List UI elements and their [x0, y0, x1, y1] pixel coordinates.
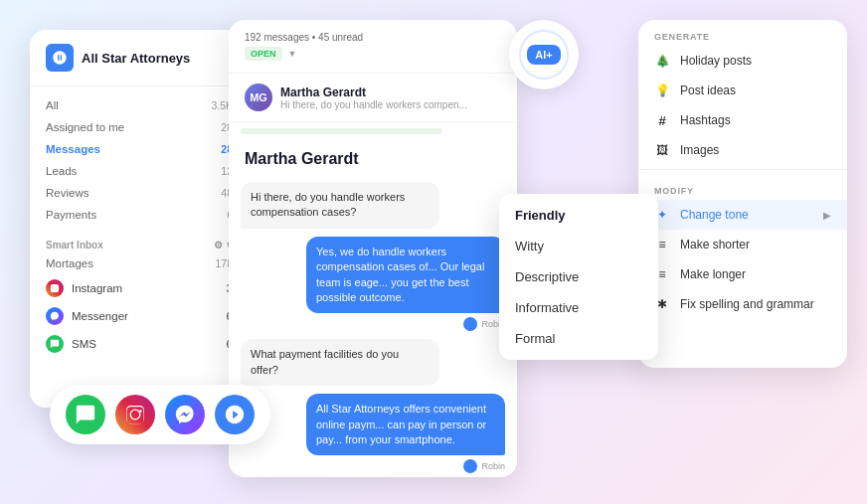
open-badge: OPEN [245, 47, 282, 61]
generate-hashtags[interactable]: # Hashtags [638, 105, 847, 135]
chat-messages: Hi there, do you handle workers compensa… [229, 174, 517, 477]
message-received-1: Hi there, do you handle workers compensa… [241, 182, 439, 229]
crm-title: All Star Attorneys [82, 51, 190, 66]
images-icon: 🖼 [654, 142, 670, 158]
holiday-posts-label: Holiday posts [680, 54, 752, 68]
nav-leads[interactable]: Leads 12 [30, 160, 249, 182]
sender-avatar-2 [463, 459, 477, 473]
nav-all[interactable]: All 3.5K [30, 94, 249, 116]
avatar: MG [245, 84, 272, 111]
nav-mortages[interactable]: Mortages 178 [30, 252, 249, 274]
images-label: Images [680, 143, 719, 157]
modify-make-longer[interactable]: ≡ Make longer [638, 259, 847, 289]
main-wrapper: All Star Attorneys All 3.5K Assigned to … [0, 0, 867, 504]
ai-floating[interactable]: AI+ [509, 20, 579, 89]
message-sender-2: Robin [463, 459, 505, 473]
crm-panel: All Star Attorneys All 3.5K Assigned to … [30, 30, 249, 408]
hashtags-label: Hashtags [680, 113, 731, 127]
generate-label: GENERATE [638, 20, 847, 46]
chat-contact-header: Martha Gerardt [229, 136, 517, 174]
sms-social-icon[interactable] [66, 395, 105, 434]
right-panel: GENERATE 🎄 Holiday posts 💡 Post ideas # … [638, 20, 847, 368]
message-received-2: What payment facilities do you offer? [241, 339, 439, 386]
fix-spelling-label: Fix spelling and grammar [680, 297, 814, 311]
status-bar [241, 128, 442, 134]
crm-nav: All 3.5K Assigned to me 28 Messages 28 L… [30, 86, 249, 234]
messenger-social-icon[interactable] [165, 395, 205, 434]
tone-formal[interactable]: Formal [499, 323, 658, 354]
chevron-right-icon: ▶ [823, 210, 831, 221]
tone-informative[interactable]: Informative [499, 292, 658, 323]
generate-images[interactable]: 🖼 Images [638, 135, 847, 165]
nav-messages[interactable]: Messages 28 [30, 138, 249, 160]
nav-payments[interactable]: Payments 6 [30, 204, 249, 226]
generate-holiday-posts[interactable]: 🎄 Holiday posts [638, 46, 847, 76]
brand-social-icon[interactable] [215, 395, 255, 434]
modify-make-shorter[interactable]: ≡ Make shorter [638, 230, 847, 259]
make-shorter-label: Make shorter [680, 238, 750, 252]
chat-contact[interactable]: MG Martha Gerardt Hi there, do you handl… [229, 74, 517, 122]
contact-name: Martha Gerardt [280, 85, 467, 99]
tone-witty[interactable]: Witty [499, 231, 658, 261]
message-sent-2: All Star Attorneys offers convenient onl… [306, 394, 505, 455]
post-ideas-label: Post ideas [680, 84, 736, 97]
nav-reviews[interactable]: Reviews 48 [30, 182, 249, 204]
crm-logo [46, 44, 74, 72]
tone-friendly[interactable]: Friendly [499, 200, 658, 231]
holiday-icon: 🎄 [654, 53, 670, 69]
hashtags-icon: # [654, 112, 670, 128]
post-ideas-icon: 💡 [654, 83, 670, 98]
generate-post-ideas[interactable]: 💡 Post ideas [638, 76, 847, 105]
instagram-social-icon[interactable] [115, 395, 155, 434]
contact-preview: Hi there, do you handle workers compen..… [280, 99, 467, 110]
sender-avatar [463, 317, 477, 331]
change-tone-label: Change tone [680, 208, 749, 222]
message-sent-1: Yes, we do handle workers compensation c… [306, 237, 505, 314]
crm-header: All Star Attorneys [30, 30, 249, 86]
ai-inner: AI+ [519, 30, 569, 80]
channel-instagram[interactable]: Instagram 3 [30, 274, 249, 302]
divider [638, 169, 847, 170]
channel-sms[interactable]: SMS 6 [30, 330, 249, 358]
tone-panel: Friendly Witty Descriptive Informative F… [499, 194, 658, 360]
chat-panel: 192 messages • 45 unread OPEN ▼ MG Marth… [229, 20, 517, 477]
modify-fix-spelling[interactable]: ✱ Fix spelling and grammar [638, 289, 847, 319]
messenger-icon [46, 307, 64, 325]
sms-icon [46, 335, 64, 353]
messages-count: 192 messages • 45 unread [245, 32, 501, 43]
instagram-icon [46, 279, 64, 297]
chat-header: 192 messages • 45 unread OPEN ▼ [229, 20, 517, 74]
social-icons-row [50, 385, 270, 444]
channel-messenger[interactable]: Messenger 6 [30, 302, 249, 330]
nav-assigned[interactable]: Assigned to me 28 [30, 116, 249, 138]
make-longer-label: Make longer [680, 267, 746, 281]
ai-badge: AI+ [527, 45, 560, 65]
smart-inbox-label: Smart Inbox ⚙ ∨ [30, 234, 249, 252]
modify-change-tone[interactable]: ✦ Change tone ▶ [638, 200, 847, 230]
modify-label: MODIFY [638, 174, 847, 200]
tone-descriptive[interactable]: Descriptive [499, 261, 658, 292]
